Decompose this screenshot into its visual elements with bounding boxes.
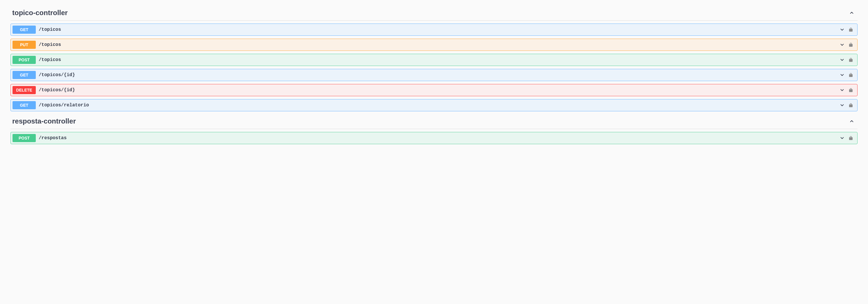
endpoint-actions [839, 102, 856, 108]
endpoint-path: /topicos/{id} [39, 88, 839, 93]
endpoint-path: /topicos [39, 27, 839, 32]
endpoint-actions [839, 72, 856, 78]
chevron-down-icon[interactable] [839, 102, 845, 108]
chevron-down-icon[interactable] [839, 57, 845, 63]
endpoint-actions [839, 87, 856, 93]
endpoint-row[interactable]: POST /topicos [10, 54, 858, 66]
endpoint-actions [839, 27, 856, 33]
method-badge: POST [12, 56, 36, 64]
endpoint-row[interactable]: DELETE /topicos/{id} [10, 84, 858, 96]
chevron-down-icon[interactable] [839, 135, 845, 141]
endpoint-actions [839, 135, 856, 141]
chevron-down-icon[interactable] [839, 27, 845, 33]
unlock-icon[interactable] [848, 27, 854, 33]
method-badge: GET [12, 101, 36, 109]
unlock-icon[interactable] [848, 42, 854, 48]
controller-section: resposta-controller POST /respostas [10, 114, 858, 144]
endpoint-path: /topicos/relatorio [39, 103, 839, 108]
chevron-up-icon [849, 118, 855, 124]
method-badge: GET [12, 71, 36, 79]
endpoint-row[interactable]: GET /topicos [10, 24, 858, 36]
controller-header[interactable]: topico-controller [10, 6, 858, 21]
endpoint-path: /topicos/{id} [39, 72, 839, 77]
unlock-icon[interactable] [848, 72, 854, 78]
endpoint-path: /topicos [39, 42, 839, 47]
unlock-icon[interactable] [848, 87, 854, 93]
controller-title: topico-controller [12, 9, 68, 17]
endpoint-actions [839, 57, 856, 63]
method-badge: PUT [12, 41, 36, 49]
chevron-down-icon[interactable] [839, 42, 845, 48]
method-badge: GET [12, 26, 36, 34]
chevron-down-icon[interactable] [839, 87, 845, 93]
method-badge: DELETE [12, 86, 36, 94]
controller-title: resposta-controller [12, 117, 76, 125]
endpoint-row[interactable]: GET /topicos/{id} [10, 69, 858, 81]
unlock-icon[interactable] [848, 135, 854, 141]
method-badge: POST [12, 134, 36, 142]
endpoint-actions [839, 42, 856, 48]
endpoint-row[interactable]: GET /topicos/relatorio [10, 99, 858, 111]
endpoint-path: /topicos [39, 57, 839, 63]
endpoint-row[interactable]: POST /respostas [10, 132, 858, 144]
endpoint-row[interactable]: PUT /topicos [10, 39, 858, 51]
controller-header[interactable]: resposta-controller [10, 114, 858, 129]
endpoint-path: /respostas [39, 135, 839, 141]
unlock-icon[interactable] [848, 57, 854, 63]
chevron-down-icon[interactable] [839, 72, 845, 78]
unlock-icon[interactable] [848, 102, 854, 108]
controller-section: topico-controller GET /topicos PUT /topi… [10, 6, 858, 111]
chevron-up-icon [849, 10, 855, 16]
